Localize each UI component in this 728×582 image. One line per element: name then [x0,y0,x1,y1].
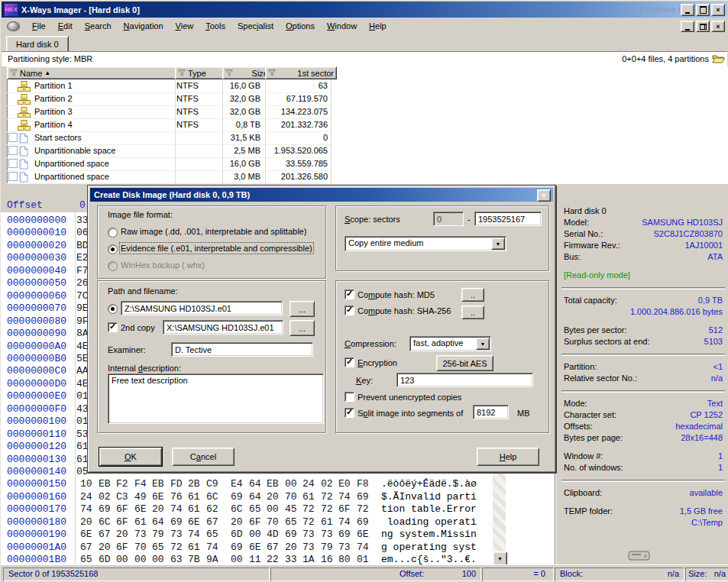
scope-to-field[interactable] [474,212,542,226]
tab-hard-disk-0[interactable]: Hard disk 0 [6,36,69,52]
hex-row[interactable]: 000000015010EBF2F4EBFD2BC9E464EB002402E0… [1,478,555,490]
encryption-checkbox[interactable] [345,357,354,367]
panel-value[interactable]: SAMSUNG HD103SJ [642,217,723,228]
status-offset[interactable]: Offset: 100 [270,567,481,581]
table-row[interactable]: Unpartitionable space2,5 MB1.953.520.065 [7,144,331,158]
browse-primary-button[interactable]: ... [290,301,315,317]
row-checkbox[interactable] [8,159,18,168]
hex-row[interactable]: 000000017074696F6E207461626C65004572726F… [1,503,555,516]
hex-row[interactable]: 00000001602402C3496E76616C69642070617274… [1,491,555,503]
panel-value[interactable]: S2C8J1CZ803870 [653,228,723,240]
ok-button[interactable]: OK [99,448,162,466]
disk-menu-icon[interactable] [7,21,20,31]
panel-value[interactable]: available [690,487,723,499]
split-size-field[interactable] [473,405,509,419]
column-header-size[interactable]: Size [222,66,271,79]
panel-value[interactable]: 28x16=448 [681,432,723,444]
minimize-icon[interactable] [681,4,694,16]
key-field[interactable] [396,373,533,387]
md5-options-button[interactable]: .. [461,288,484,302]
column-header-1st-sector[interactable]: 1st sector [265,66,337,79]
table-row[interactable]: Partition 2NTFS32,0 GB67.119.570 [7,92,331,106]
mdi-close-icon[interactable]: × [711,21,725,32]
mdi-minimize-icon[interactable] [681,21,694,32]
menu-item-file[interactable]: File [26,19,52,33]
panel-value[interactable]: CP 1252 [690,409,723,421]
dialog-close-icon[interactable]: × [537,189,551,202]
table-row[interactable]: Partition 3NTFS32,0 GB134.223.075 [7,105,331,119]
second-copy-checkbox[interactable] [108,322,118,332]
winhex-backup-radio[interactable] [108,261,118,271]
mdi-restore-icon[interactable] [696,21,710,32]
table-row[interactable]: Partition 4NTFS0,8 TB201.332.736 [7,118,331,132]
menu-item-options[interactable]: Options [280,19,321,33]
browse-second-button[interactable]: ... [290,320,315,336]
panel-value[interactable]: 0,9 TB [698,295,723,306]
menu-item-specialist[interactable]: Specialist [231,19,280,33]
menu-item-edit[interactable]: Edit [52,19,79,33]
cancel-button[interactable]: Cancel [172,448,235,466]
examiner-field[interactable] [171,342,313,357]
panel-value[interactable]: 1 [718,462,723,474]
md5-label[interactable]: Compute hash: MD5 [358,290,435,299]
menu-item-window[interactable]: Window [321,19,363,33]
panel-value[interactable]: 1.000.204.886.016 bytes [630,306,723,318]
second-path-field[interactable] [163,320,283,335]
raw-image-radio[interactable] [108,228,118,238]
panel-value[interactable]: n/a [711,373,723,384]
column-header-name[interactable]: Name ▲ [7,66,181,79]
evidence-file-radio[interactable] [108,244,118,254]
menu-item-tools[interactable]: Tools [199,19,231,33]
menu-item-view[interactable]: View [170,19,200,33]
raw-image-label[interactable]: Raw image (.dd, .001, interpretable and … [121,227,306,236]
panel-value[interactable]: 1 [718,451,723,462]
table-row[interactable]: Unpartitioned space16,0 GB33.559.785 [7,157,331,171]
menu-item-help[interactable]: Help [363,19,393,33]
prevent-unencrypted-checkbox[interactable] [345,392,354,402]
primary-path-field[interactable] [121,301,283,315]
table-row[interactable]: Start sectors31,5 KB0 [7,131,331,145]
chevron-down-icon[interactable]: ▼ [491,238,505,250]
panel-value[interactable]: ATA [707,251,723,263]
maximize-icon[interactable] [696,4,710,16]
scope-mode-dropdown[interactable]: Copy entire medium ▼ [345,236,506,251]
compression-dropdown[interactable]: fast, adaptive ▼ [409,336,491,351]
chevron-down-icon[interactable]: ▼ [476,338,490,350]
close-icon[interactable]: × [711,4,725,16]
panel-value[interactable]: 1,5 GB free [680,506,723,517]
table-row[interactable]: Unpartitioned space3,0 MB201.326.580 [7,170,331,184]
sha256-label[interactable]: Compute hash: SHA-256 [358,306,451,315]
menu-item-navigation[interactable]: Navigation [118,19,170,33]
sha256-options-button[interactable]: .. [461,306,484,319]
cipher-button[interactable]: 256-bit AES [436,355,493,371]
split-image-label[interactable]: Split image into segments of [358,409,463,418]
panel-value[interactable]: 512 [709,325,723,336]
hex-row[interactable]: 00000001906E672073797374656D004D69737369… [1,529,555,541]
status-sector[interactable]: Sector 0 of 1953525168 [3,567,270,581]
row-checkbox[interactable] [8,172,18,181]
help-button[interactable]: Help [477,448,539,466]
panel-value[interactable]: hexadecimal [675,421,723,432]
hex-row[interactable]: 00000001A067206F7065726174696E6720737973… [1,542,555,554]
internal-description-field[interactable]: Free text description [108,373,324,424]
table-row[interactable]: Partition 1NTFS16,0 GB63 [7,79,331,93]
panel-value[interactable]: Text [707,398,723,409]
second-copy-label[interactable]: 2nd copy [121,323,155,332]
encryption-label[interactable]: Encryption [358,358,397,367]
split-image-checkbox[interactable] [345,408,354,418]
hex-row[interactable]: 0000000180206C6F6164696E67206F7065726174… [1,516,555,529]
md5-checkbox[interactable] [345,289,354,299]
panel-value[interactable]: <1 [713,361,723,373]
panel-value[interactable]: 1AJ10001 [684,240,723,251]
column-header-type[interactable]: Type [175,66,228,79]
prevent-unencrypted-label[interactable]: Prevent unencrypted copies [358,393,461,402]
sha256-checkbox[interactable] [345,306,354,315]
row-checkbox[interactable] [8,133,18,142]
panel-value[interactable]: C:\Temp [691,517,723,529]
primary-path-radio[interactable] [108,304,118,314]
panel-value[interactable]: 5103 [704,336,723,348]
menu-item-search[interactable]: Search [79,19,118,33]
evidence-file-label[interactable]: Evidence file (.e01, interpretable and c… [121,244,312,253]
folder-icon[interactable] [712,53,725,66]
row-checkbox[interactable] [8,146,18,155]
